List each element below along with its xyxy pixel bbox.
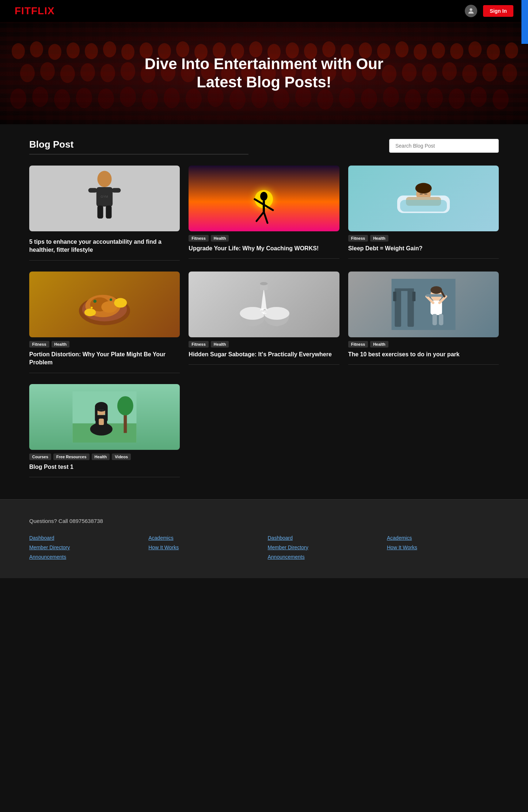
blog-card-1[interactable]: GYM 5 tips to enhance your accountabilit… — [29, 166, 180, 261]
yoga-svg — [72, 391, 137, 443]
svg-rect-82 — [106, 206, 112, 219]
svg-point-0 — [470, 8, 472, 11]
blog-card-5[interactable]: Fitness Health Hidden Sugar Sabotage: It… — [189, 272, 339, 373]
svg-point-32 — [80, 63, 95, 81]
svg-point-116 — [265, 313, 267, 314]
main-content: Blog Post GYM — [0, 124, 528, 499]
blog-grid: GYM 5 tips to enhance your accountabilit… — [29, 166, 499, 373]
blog-card-3[interactable]: Fitness Health Sleep Debt = Weight Gain? — [348, 166, 499, 261]
footer-link-dashboard-1[interactable]: Dashboard — [29, 535, 141, 541]
footer-column-4: Academics How It Works — [387, 535, 499, 564]
svg-point-2 — [30, 41, 43, 57]
svg-point-33 — [100, 64, 115, 82]
footer-link-dashboard-2[interactable]: Dashboard — [268, 535, 380, 541]
svg-point-50 — [442, 62, 457, 80]
svg-point-105 — [91, 307, 93, 308]
scroll-indicator[interactable] — [521, 0, 528, 44]
footer-link-member-directory-1[interactable]: Member Directory — [29, 545, 141, 550]
sunset-silhouette — [253, 192, 275, 225]
tag-health: Health — [52, 341, 70, 348]
footer-link-announcements-2[interactable]: Announcements — [268, 554, 380, 560]
blog-card-6-title: The 10 best exercises to do in your park — [348, 350, 499, 365]
tag-health: Health — [370, 235, 388, 242]
sugar-svg — [231, 279, 297, 330]
svg-point-62 — [186, 88, 202, 109]
svg-point-93 — [415, 183, 432, 194]
signin-button[interactable]: Sign In — [483, 5, 513, 17]
footer-link-how-it-works-2[interactable]: How It Works — [387, 545, 499, 550]
blog-card-7-tags: Courses Free Resources Health Videos — [29, 454, 180, 460]
blog-card-image-3 — [348, 166, 499, 231]
svg-point-4 — [67, 42, 80, 58]
blog-card-image-2 — [189, 166, 339, 231]
svg-point-49 — [422, 64, 437, 82]
svg-point-51 — [462, 65, 477, 83]
svg-line-89 — [264, 212, 267, 223]
food-svg — [72, 279, 137, 330]
svg-point-113 — [264, 310, 266, 312]
footer-link-academics-1[interactable]: Academics — [148, 535, 260, 541]
footer-phone: Questions? Call 08975638738 — [29, 518, 499, 524]
svg-point-27 — [487, 44, 500, 60]
hero-content: Dive Into Entertainment with Our Latest … — [122, 55, 407, 92]
blog-card-7-title: Blog Post test 1 — [29, 463, 180, 477]
svg-rect-131 — [439, 314, 443, 325]
svg-point-57 — [76, 88, 92, 108]
svg-point-26 — [468, 41, 482, 57]
tag-health: Health — [92, 454, 110, 460]
blog-card-6-tags: Fitness Health — [348, 341, 499, 348]
svg-line-88 — [257, 212, 264, 221]
svg-point-70 — [361, 88, 377, 109]
tag-fitness: Fitness — [348, 235, 368, 242]
svg-point-112 — [262, 308, 264, 310]
header-actions: Sign In — [465, 5, 513, 17]
svg-point-106 — [114, 298, 127, 307]
svg-point-68 — [317, 89, 333, 110]
svg-rect-144 — [99, 418, 104, 425]
blog-card-3-title: Sleep Debt = Weight Gain? — [348, 244, 499, 259]
blog-card-4-title: Portion Distortion: Why Your Plate Might… — [29, 350, 180, 373]
svg-point-25 — [450, 43, 463, 59]
svg-point-77 — [98, 171, 112, 187]
svg-point-24 — [432, 42, 445, 58]
svg-point-23 — [414, 44, 427, 60]
footer-link-how-it-works-1[interactable]: How It Works — [148, 545, 260, 550]
svg-point-102 — [94, 300, 97, 303]
svg-point-52 — [482, 63, 497, 81]
blog-card-4[interactable]: Fitness Health Portion Distortion: Why Y… — [29, 272, 180, 373]
footer-link-academics-2[interactable]: Academics — [387, 535, 499, 541]
blog-card-7[interactable]: Courses Free Resources Health Videos Blo… — [29, 384, 180, 477]
footer: Questions? Call 08975638738 Dashboard Me… — [0, 499, 528, 578]
svg-point-31 — [60, 65, 75, 83]
svg-point-76 — [493, 89, 509, 110]
blog-card-6[interactable]: Fitness Health The 10 best exercises to … — [348, 272, 499, 373]
svg-point-53 — [502, 64, 517, 82]
svg-point-3 — [48, 44, 61, 60]
svg-point-30 — [40, 62, 55, 80]
site-logo[interactable]: FITFLIX — [15, 5, 55, 17]
svg-point-29 — [20, 64, 35, 82]
svg-point-115 — [262, 312, 263, 313]
tag-fitness: Fitness — [29, 341, 49, 348]
svg-point-6 — [103, 41, 116, 57]
blog-card-1-title: 5 tips to enhance your accountability an… — [29, 238, 180, 261]
search-input[interactable] — [389, 139, 499, 153]
blog-card-2-tags: Fitness Health — [189, 235, 339, 242]
blog-card-2[interactable]: Fitness Health Upgrade Your Life: Why My… — [189, 166, 339, 261]
blog-section-title: Blog Post — [29, 139, 248, 155]
blog-card-image-1: GYM — [29, 166, 180, 231]
hero-section: Dive Into Entertainment with Our Latest … — [0, 22, 528, 124]
blog-card-5-title: Hidden Sugar Sabotage: It's Practically … — [189, 350, 339, 365]
footer-columns: Dashboard Member Directory Announcements… — [29, 535, 499, 564]
svg-point-5 — [85, 43, 98, 59]
blog-card-image-5 — [189, 272, 339, 337]
man-fitness-svg: GYM — [83, 169, 126, 228]
svg-rect-96 — [400, 200, 447, 212]
footer-link-announcements-1[interactable]: Announcements — [29, 554, 141, 560]
tag-fitness: Fitness — [348, 341, 368, 348]
footer-link-member-directory-2[interactable]: Member Directory — [268, 545, 380, 550]
user-avatar[interactable] — [465, 5, 477, 17]
svg-rect-124 — [412, 292, 415, 301]
svg-rect-80 — [112, 188, 121, 193]
svg-rect-130 — [432, 314, 437, 325]
